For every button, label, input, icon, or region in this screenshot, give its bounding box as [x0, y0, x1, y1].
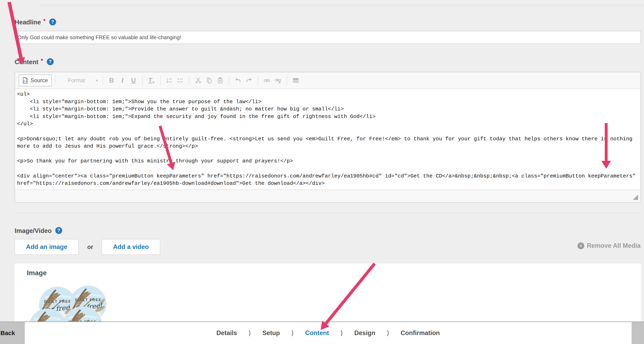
underline-button[interactable]: U: [128, 74, 139, 86]
headline-input[interactable]: [15, 31, 641, 44]
unlink-icon: [274, 77, 281, 84]
cut-button[interactable]: [193, 74, 204, 86]
toolbar-separator: [229, 76, 229, 85]
required-asterisk: *: [41, 58, 43, 63]
back-button[interactable]: Back: [0, 322, 25, 344]
content-editor: Source Format ▾ B I U Tx: [15, 72, 641, 202]
chevron-right-icon: ⟩: [291, 329, 294, 337]
format-dropdown-label: Format: [68, 77, 86, 84]
step-details[interactable]: Details: [216, 329, 237, 337]
campaign-content-page: Headline * ? Content * ? Source Format ▾…: [0, 0, 644, 344]
headline-label: Headline: [15, 19, 41, 25]
section-divider: [15, 213, 641, 213]
next-button-partial[interactable]: [632, 322, 644, 344]
bold-icon: B: [109, 76, 114, 84]
cd-thumbnail-image[interactable]: GUILT FREE for free!: [27, 284, 108, 322]
remove-all-media-button[interactable]: ✕ Remove All Media: [578, 242, 640, 249]
chevron-right-icon: ⟩: [248, 329, 251, 337]
remove-all-media-label: Remove All Media: [587, 242, 640, 249]
toolbar-separator: [55, 76, 55, 85]
content-label: Content: [15, 59, 38, 65]
underline-icon: U: [131, 77, 136, 84]
remove-format-button[interactable]: Tx: [146, 74, 157, 86]
bulleted-list-button[interactable]: [175, 74, 186, 86]
media-buttons-row: Add an image or Add a video: [15, 239, 160, 255]
redo-button[interactable]: [244, 74, 254, 86]
step-confirmation[interactable]: Confirmation: [401, 329, 440, 337]
paste-icon: [217, 77, 224, 84]
image-video-label: Image/Video: [15, 228, 52, 234]
or-label: or: [87, 244, 93, 250]
source-button[interactable]: Source: [19, 74, 52, 86]
step-design[interactable]: Design: [354, 329, 375, 337]
italic-icon: I: [121, 77, 124, 84]
wizard-steps: Details ⟩ Setup ⟩ Content ⟩ Design ⟩ Con…: [216, 322, 440, 344]
paste-button[interactable]: [215, 74, 226, 86]
link-button[interactable]: [262, 74, 272, 86]
numbered-list-icon: [166, 77, 172, 84]
add-image-button[interactable]: Add an image: [15, 239, 79, 255]
unlink-button[interactable]: [272, 74, 284, 86]
help-icon[interactable]: ?: [47, 58, 54, 65]
toolbar-separator: [189, 76, 190, 85]
step-content[interactable]: Content: [305, 329, 329, 337]
step-setup[interactable]: Setup: [262, 329, 280, 337]
add-video-button[interactable]: Add a video: [102, 239, 160, 255]
help-icon[interactable]: ?: [49, 18, 56, 25]
remove-format-icon: T: [148, 77, 152, 84]
bold-button[interactable]: B: [106, 74, 117, 86]
source-icon: [22, 77, 28, 84]
link-icon: [264, 77, 270, 84]
format-dropdown[interactable]: Format ▾: [67, 77, 99, 84]
wizard-bottom-bar: Back Details ⟩ Setup ⟩ Content ⟩ Design …: [0, 322, 644, 344]
resize-handle[interactable]: [633, 195, 638, 200]
toolbar-separator: [142, 76, 143, 85]
content-label-row: Content * ?: [15, 59, 54, 66]
help-icon[interactable]: ?: [55, 227, 62, 234]
image-card-title: Image: [27, 269, 47, 277]
toolbar-separator: [102, 76, 103, 85]
table-button[interactable]: [290, 74, 301, 86]
copy-button[interactable]: [204, 74, 215, 86]
top-divider: [38, 5, 644, 5]
chevron-right-icon: ⟩: [340, 329, 343, 337]
chevron-right-icon: ⟩: [387, 329, 389, 337]
circle-x-icon: ✕: [578, 243, 584, 249]
numbered-list-button[interactable]: [164, 74, 175, 86]
required-asterisk: *: [43, 18, 46, 24]
italic-button[interactable]: I: [117, 74, 128, 86]
headline-label-row: Headline * ?: [15, 19, 56, 26]
redo-icon: [246, 77, 252, 84]
image-preview-card: Image GUILT FREE for free!: [15, 264, 641, 322]
source-button-label: Source: [30, 77, 48, 84]
annotation-arrow-content-label: [9, 2, 21, 58]
media-label-row: Image/Video ?: [15, 228, 62, 235]
undo-button[interactable]: [232, 74, 244, 86]
toolbar-separator: [258, 76, 258, 85]
editor-footer: [15, 190, 640, 202]
cut-icon: [195, 77, 202, 84]
toolbar-separator: [287, 76, 287, 85]
undo-icon: [235, 77, 241, 84]
bulleted-list-icon: [177, 77, 184, 84]
editor-toolbar: Source Format ▾ B I U Tx: [15, 72, 640, 89]
chevron-down-icon: ▾: [96, 78, 98, 83]
toolbar-separator: [160, 76, 160, 85]
remove-format-icon-sub: x: [152, 80, 155, 84]
table-icon: [292, 77, 299, 84]
source-code-textarea[interactable]: <ul> <li style="margin-bottom: 1em;">Sho…: [15, 89, 640, 190]
copy-icon: [206, 77, 212, 84]
